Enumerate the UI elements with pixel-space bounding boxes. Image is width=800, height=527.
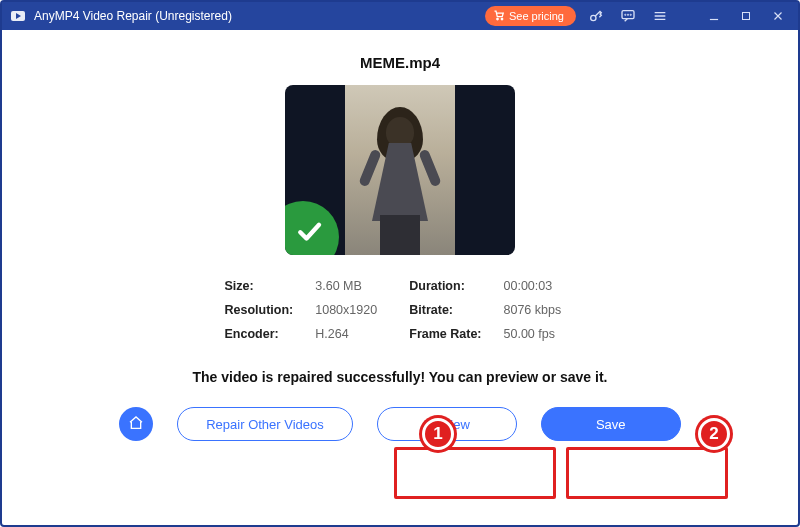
- resolution-value: 1080x1920: [315, 303, 387, 317]
- size-label: Size:: [225, 279, 294, 293]
- save-button[interactable]: Save: [541, 407, 681, 441]
- app-window: AnyMP4 Video Repair (Unregistered) See p…: [0, 0, 800, 527]
- close-icon[interactable]: [766, 9, 790, 23]
- framerate-label: Frame Rate:: [409, 327, 481, 341]
- see-pricing-button[interactable]: See pricing: [485, 6, 576, 26]
- duration-value: 00:00:03: [504, 279, 576, 293]
- minimize-icon[interactable]: [702, 9, 726, 23]
- bitrate-label: Bitrate:: [409, 303, 481, 317]
- size-value: 3.60 MB: [315, 279, 387, 293]
- maximize-icon[interactable]: [734, 10, 758, 22]
- duration-label: Duration:: [409, 279, 481, 293]
- status-message: The video is repaired successfully! You …: [193, 369, 608, 385]
- encoder-label: Encoder:: [225, 327, 294, 341]
- home-button[interactable]: [119, 407, 153, 441]
- app-logo-icon: [10, 8, 26, 24]
- video-frame: [345, 85, 455, 255]
- feedback-icon[interactable]: [616, 8, 640, 24]
- main-content: MEME.mp4 Size: 3.60 MB Duration: 00:00:0…: [2, 30, 798, 453]
- svg-point-3: [501, 18, 503, 20]
- window-title: AnyMP4 Video Repair (Unregistered): [34, 9, 232, 23]
- svg-point-2: [497, 18, 499, 20]
- svg-point-4: [591, 15, 596, 20]
- titlebar: AnyMP4 Video Repair (Unregistered) See p…: [2, 2, 798, 30]
- menu-icon[interactable]: [648, 8, 672, 24]
- home-icon: [128, 415, 144, 434]
- resolution-label: Resolution:: [225, 303, 294, 317]
- action-buttons: Repair Other Videos Preview Save: [119, 407, 681, 441]
- svg-point-7: [628, 14, 629, 15]
- metadata-grid: Size: 3.60 MB Duration: 00:00:03 Resolut…: [225, 279, 576, 341]
- video-thumbnail: [285, 85, 515, 255]
- annotation-box-2: [566, 447, 728, 499]
- key-icon[interactable]: [584, 8, 608, 24]
- see-pricing-label: See pricing: [509, 10, 564, 22]
- file-name: MEME.mp4: [360, 54, 440, 71]
- bitrate-value: 8076 kbps: [504, 303, 576, 317]
- cart-icon: [493, 9, 505, 23]
- success-check-icon: [285, 201, 339, 255]
- svg-rect-9: [743, 13, 750, 20]
- svg-point-6: [625, 14, 626, 15]
- repair-other-button[interactable]: Repair Other Videos: [177, 407, 353, 441]
- annotation-box-1: [394, 447, 556, 499]
- preview-button[interactable]: Preview: [377, 407, 517, 441]
- framerate-value: 50.00 fps: [504, 327, 576, 341]
- encoder-value: H.264: [315, 327, 387, 341]
- svg-point-8: [630, 14, 631, 15]
